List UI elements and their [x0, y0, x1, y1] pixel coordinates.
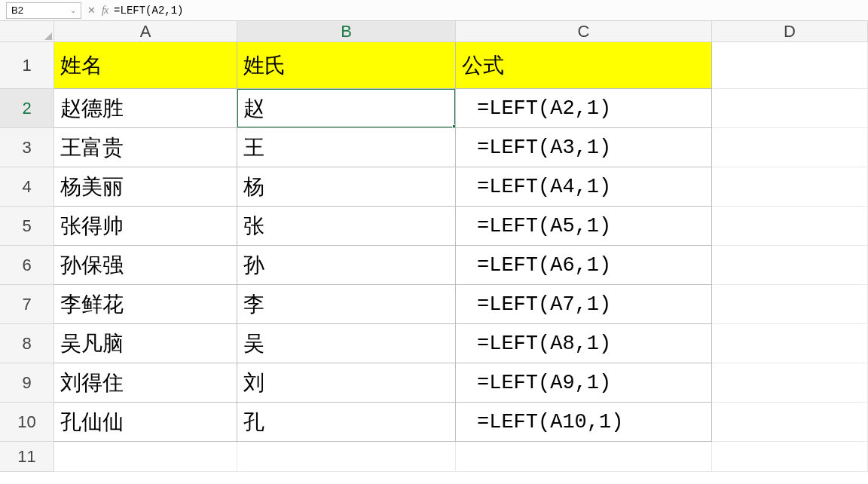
cell-B8[interactable]: 吴: [237, 324, 456, 363]
cancel-icon[interactable]: ✕: [87, 5, 96, 16]
row-header-2[interactable]: 2: [0, 89, 54, 128]
cell-B11[interactable]: [237, 442, 456, 472]
cell-D6[interactable]: [712, 246, 868, 285]
cell-A1[interactable]: 姓名: [54, 42, 237, 89]
cell-C11[interactable]: [456, 442, 712, 472]
cell-A11[interactable]: [54, 442, 237, 472]
cell-A6[interactable]: 孙保强: [54, 246, 237, 285]
row-9: 9 刘得住 刘 =LEFT(A9,1): [0, 363, 868, 403]
row-11: 11: [0, 442, 868, 472]
column-headers: A B C D: [0, 21, 868, 42]
cell-A3[interactable]: 王富贵: [54, 128, 237, 167]
cell-D5[interactable]: [712, 207, 868, 246]
cell-D11[interactable]: [712, 442, 868, 472]
cell-C8[interactable]: =LEFT(A8,1): [456, 324, 712, 363]
cell-C4[interactable]: =LEFT(A4,1): [456, 167, 712, 207]
selection-outline: [237, 89, 456, 128]
cell-C5[interactable]: =LEFT(A5,1): [456, 207, 712, 246]
chevron-down-icon[interactable]: ⌄: [70, 6, 76, 14]
col-header-D[interactable]: D: [712, 21, 868, 42]
cell-D3[interactable]: [712, 128, 868, 167]
cell-A9[interactable]: 刘得住: [54, 363, 237, 403]
row-header-4[interactable]: 4: [0, 167, 54, 207]
cell-B2[interactable]: 赵: [237, 89, 456, 128]
cell-B7[interactable]: 李: [237, 285, 456, 324]
cell-D7[interactable]: [712, 285, 868, 324]
cell-D10[interactable]: [712, 403, 868, 442]
row-header-8[interactable]: 8: [0, 324, 54, 363]
row-3: 3 王富贵 王 =LEFT(A3,1): [0, 128, 868, 167]
cell-D2[interactable]: [712, 89, 868, 128]
cell-D1[interactable]: [712, 42, 868, 89]
row-7: 7 李鲜花 李 =LEFT(A7,1): [0, 285, 868, 324]
cell-D9[interactable]: [712, 363, 868, 403]
name-box[interactable]: B2 ⌄: [6, 2, 81, 19]
row-header-7[interactable]: 7: [0, 285, 54, 324]
cell-C7[interactable]: =LEFT(A7,1): [456, 285, 712, 324]
row-header-6[interactable]: 6: [0, 246, 54, 285]
cell-B10[interactable]: 孔: [237, 403, 456, 442]
row-2: 2 赵德胜 赵 =LEFT(A2,1): [0, 89, 868, 128]
formula-bar: B2 ⌄ ✕ fx: [0, 0, 868, 21]
cell-C2[interactable]: =LEFT(A2,1): [456, 89, 712, 128]
cell-C3[interactable]: =LEFT(A3,1): [456, 128, 712, 167]
col-header-B[interactable]: B: [237, 21, 456, 42]
row-header-11[interactable]: 11: [0, 442, 54, 472]
cell-A7[interactable]: 李鲜花: [54, 285, 237, 324]
row-header-1[interactable]: 1: [0, 42, 54, 89]
formula-bar-icons: ✕ fx: [87, 5, 108, 17]
cell-B3[interactable]: 王: [237, 128, 456, 167]
row-8: 8 吴凡脑 吴 =LEFT(A8,1): [0, 324, 868, 363]
cell-C10[interactable]: =LEFT(A10,1): [456, 403, 712, 442]
row-header-5[interactable]: 5: [0, 207, 54, 246]
col-header-C[interactable]: C: [456, 21, 712, 42]
cell-A10[interactable]: 孔仙仙: [54, 403, 237, 442]
cell-D8[interactable]: [712, 324, 868, 363]
cell-A4[interactable]: 杨美丽: [54, 167, 237, 207]
col-header-A[interactable]: A: [54, 21, 237, 42]
cell-C9[interactable]: =LEFT(A9,1): [456, 363, 712, 403]
cell-A2[interactable]: 赵德胜: [54, 89, 237, 128]
cell-D4[interactable]: [712, 167, 868, 207]
row-header-3[interactable]: 3: [0, 128, 54, 167]
select-all-corner[interactable]: [0, 21, 54, 42]
row-10: 10 孔仙仙 孔 =LEFT(A10,1): [0, 403, 868, 442]
row-header-10[interactable]: 10: [0, 403, 54, 442]
cell-B6[interactable]: 孙: [237, 246, 456, 285]
triangle-icon: [44, 32, 52, 40]
row-header-9[interactable]: 9: [0, 363, 54, 403]
cell-B9[interactable]: 刘: [237, 363, 456, 403]
cell-A5[interactable]: 张得帅: [54, 207, 237, 246]
cell-C1[interactable]: 公式: [456, 42, 712, 89]
row-1: 1 姓名 姓氏 公式: [0, 42, 868, 89]
cell-A8[interactable]: 吴凡脑: [54, 324, 237, 363]
spreadsheet-grid: A B C D 1 姓名 姓氏 公式 2 赵德胜 赵 =LEFT(A2,1) 3…: [0, 21, 868, 472]
cell-C6[interactable]: =LEFT(A6,1): [456, 246, 712, 285]
cell-B5[interactable]: 张: [237, 207, 456, 246]
cell-B4[interactable]: 杨: [237, 167, 456, 207]
row-6: 6 孙保强 孙 =LEFT(A6,1): [0, 246, 868, 285]
row-5: 5 张得帅 张 =LEFT(A5,1): [0, 207, 868, 246]
fx-icon[interactable]: fx: [102, 5, 108, 17]
cell-B1[interactable]: 姓氏: [237, 42, 456, 89]
formula-input[interactable]: [114, 2, 862, 19]
row-4: 4 杨美丽 杨 =LEFT(A4,1): [0, 167, 868, 207]
cell-reference: B2: [11, 5, 23, 16]
